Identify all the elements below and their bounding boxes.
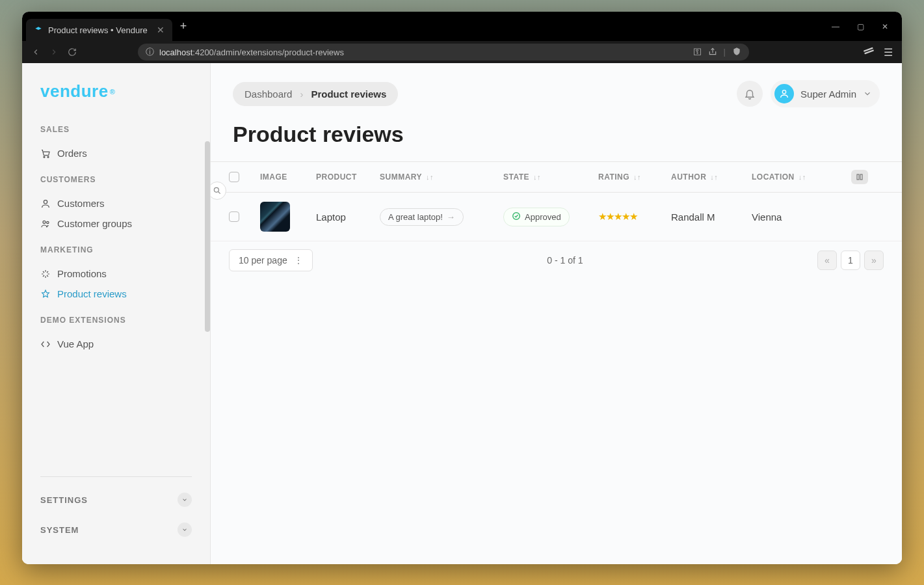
column-settings-button[interactable]	[851, 170, 868, 184]
nav-back-button[interactable]	[31, 48, 40, 57]
tab-title: Product reviews • Vendure	[48, 25, 148, 35]
sort-icon: ↓↑	[533, 173, 541, 181]
sidebar-item-label: Orders	[57, 148, 87, 159]
column-location[interactable]: LOCATION↓↑	[752, 172, 839, 182]
sidebar-item-vue-app[interactable]: Vue App	[40, 334, 192, 354]
nav-section-demo: DEMO EXTENSIONS Vue App	[22, 316, 210, 354]
row-checkbox[interactable]	[229, 211, 239, 222]
avatar	[774, 84, 794, 103]
column-product: PRODUCT	[316, 172, 380, 182]
reviews-table: IMAGE PRODUCT SUMMARY↓↑ STATE↓↑ RATING↓↑…	[211, 161, 902, 564]
svg-point-4	[44, 200, 47, 203]
svg-point-3	[47, 156, 49, 157]
browser-addressbar: ⓘ localhost :4200/admin/extensions/produ…	[22, 41, 902, 63]
sidebar-scrollbar[interactable]	[205, 141, 210, 434]
nav-heading-customers: CUSTOMERS	[40, 175, 192, 184]
user-name: Super Admin	[800, 88, 856, 100]
dots-vertical-icon: ⋮	[294, 255, 303, 265]
close-window-button[interactable]: ✕	[878, 22, 891, 31]
sidebar-item-orders[interactable]: Orders	[40, 143, 192, 163]
url-field[interactable]: ⓘ localhost :4200/admin/extensions/produ…	[138, 44, 749, 61]
users-icon	[40, 219, 51, 229]
chevron-right-icon: ›	[300, 88, 303, 100]
table-header-row: IMAGE PRODUCT SUMMARY↓↑ STATE↓↑ RATING↓↑…	[211, 161, 902, 193]
notifications-button[interactable]	[737, 81, 763, 107]
nav-forward-button[interactable]	[49, 48, 59, 57]
share-icon[interactable]	[708, 47, 717, 58]
sidebar-item-promotions[interactable]: Promotions	[40, 264, 192, 284]
svg-rect-8	[857, 174, 859, 180]
sidebar-item-label: Product reviews	[57, 288, 127, 299]
browser-menu-button[interactable]: ☰	[884, 46, 893, 59]
new-tab-button[interactable]: +	[180, 20, 187, 33]
page-current[interactable]: 1	[841, 251, 860, 270]
sidebar-item-reviews[interactable]: Product reviews	[40, 284, 192, 304]
nav-section-marketing: MARKETING Promotions Product reviews	[22, 245, 210, 304]
column-state[interactable]: STATE↓↑	[503, 172, 598, 182]
tab-close-icon[interactable]: ✕	[157, 25, 165, 35]
sidebar-item-label: Customer groups	[57, 218, 132, 229]
site-info-icon[interactable]: ⓘ	[146, 46, 154, 58]
shield-icon[interactable]	[732, 47, 741, 58]
nav-section-sales: SALES Orders	[22, 125, 210, 163]
sidebar-system-label: SYSTEM	[40, 525, 79, 535]
brand-logo[interactable]: vendure®	[22, 63, 210, 113]
cell-location: Vienna	[752, 211, 839, 223]
nav-heading-sales: SALES	[40, 125, 192, 134]
sidebar-item-customer-groups[interactable]: Customer groups	[40, 213, 192, 234]
sort-icon: ↓↑	[710, 173, 718, 181]
summary-chip[interactable]: A great laptop! →	[380, 208, 464, 226]
chevron-down-icon	[178, 493, 192, 507]
svg-point-6	[47, 221, 49, 223]
column-rating[interactable]: RATING↓↑	[598, 172, 671, 182]
column-author[interactable]: AUTHOR↓↑	[671, 172, 752, 182]
page-title: Product reviews	[211, 122, 902, 161]
breadcrumb-root[interactable]: Dashboard	[244, 88, 292, 100]
sidebar-scrollbar-thumb[interactable]	[205, 141, 210, 332]
minimize-button[interactable]: —	[829, 22, 842, 31]
bell-icon	[744, 88, 756, 100]
arrow-right-icon: →	[447, 212, 455, 222]
cell-product: Laptop	[316, 211, 380, 223]
sort-icon: ↓↑	[426, 173, 434, 181]
columns-icon	[856, 173, 864, 181]
nav-reload-button[interactable]	[68, 48, 77, 57]
page-prev[interactable]: «	[817, 251, 837, 270]
extension-icon[interactable]	[863, 45, 875, 59]
user-menu[interactable]: Super Admin	[771, 80, 880, 107]
column-summary[interactable]: SUMMARY↓↑	[380, 172, 503, 182]
chevron-down-icon	[178, 523, 192, 537]
sidebar-item-label: Customers	[57, 198, 105, 209]
per-page-selector[interactable]: 10 per page ⋮	[229, 249, 313, 271]
maximize-button[interactable]: ▢	[854, 22, 867, 31]
chevron-down-icon	[863, 89, 872, 98]
browser-tab[interactable]: Product reviews • Vendure ✕	[26, 19, 172, 41]
sidebar-system[interactable]: SYSTEM	[40, 515, 192, 545]
search-icon	[213, 186, 222, 195]
svg-rect-9	[860, 174, 862, 180]
select-all-checkbox[interactable]	[229, 172, 239, 182]
breadcrumb: Dashboard › Product reviews	[233, 82, 398, 106]
pagination: « 1 »	[817, 251, 884, 270]
app: vendure® SALES Orders CUSTOMERS Customer…	[22, 63, 902, 564]
sidebar: vendure® SALES Orders CUSTOMERS Customer…	[22, 63, 211, 564]
svg-point-2	[44, 156, 45, 157]
sidebar-item-customers[interactable]: Customers	[40, 193, 192, 213]
page-next[interactable]: »	[864, 251, 884, 270]
sidebar-divider	[40, 476, 192, 477]
user-icon	[779, 88, 789, 99]
sidebar-settings-label: SETTINGS	[40, 495, 88, 505]
product-thumbnail[interactable]	[260, 202, 290, 232]
svg-point-7	[782, 90, 785, 94]
code-icon	[40, 339, 51, 349]
main-content: Dashboard › Product reviews Super Admin	[211, 63, 902, 564]
password-key-icon[interactable]: ⚿	[693, 47, 702, 58]
page-header: Dashboard › Product reviews Super Admin	[211, 63, 902, 122]
cell-author: Randall M	[671, 211, 752, 223]
sparkle-icon	[40, 269, 51, 279]
url-path: :4200/admin/extensions/product-reviews	[192, 48, 344, 57]
svg-point-10	[214, 187, 218, 192]
sidebar-settings[interactable]: SETTINGS	[40, 485, 192, 515]
user-icon	[40, 198, 51, 209]
window-controls: — ▢ ✕	[829, 22, 902, 31]
